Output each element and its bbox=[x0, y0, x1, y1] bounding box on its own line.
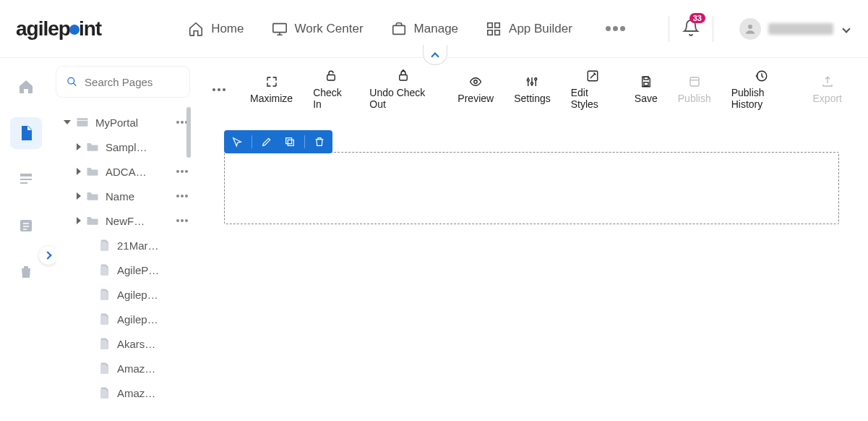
toolbar-label: Check In bbox=[313, 87, 349, 110]
svg-rect-12 bbox=[77, 118, 88, 127]
tree-folder[interactable]: Name bbox=[56, 184, 192, 208]
chevron-down-icon bbox=[842, 25, 850, 33]
page-icon bbox=[97, 387, 111, 399]
briefcase-icon bbox=[391, 21, 407, 37]
tree-page[interactable]: Amaz… bbox=[56, 356, 192, 380]
selection-duplicate[interactable] bbox=[281, 133, 298, 150]
svg-rect-22 bbox=[690, 77, 699, 86]
svg-point-16 bbox=[528, 79, 530, 81]
folder-icon bbox=[85, 215, 100, 226]
svg-point-17 bbox=[531, 82, 533, 85]
row-more[interactable] bbox=[176, 195, 188, 197]
nav-home[interactable]: Home bbox=[188, 21, 244, 37]
tree-site[interactable]: MyPortal bbox=[56, 110, 192, 135]
caret-down-icon[interactable] bbox=[64, 120, 71, 124]
svg-point-6 bbox=[748, 25, 752, 29]
tree-scrollbar[interactable] bbox=[186, 107, 191, 158]
toolbar-publish: Publish bbox=[669, 75, 720, 104]
caret-right-icon[interactable] bbox=[77, 143, 81, 150]
maximize-icon bbox=[265, 75, 278, 88]
folder-icon bbox=[85, 166, 100, 177]
widget-placeholder[interactable] bbox=[224, 152, 839, 224]
toolbar-label: Export bbox=[813, 93, 842, 104]
toolbar-label: Publish History bbox=[731, 87, 793, 110]
home-icon bbox=[188, 21, 204, 37]
svg-rect-14 bbox=[400, 75, 408, 81]
toolbar-checkin[interactable]: Check In bbox=[304, 69, 358, 110]
tree-page[interactable]: Agilep… bbox=[56, 307, 192, 331]
rail-home[interactable] bbox=[10, 71, 42, 103]
toolbar-preview[interactable]: Preview bbox=[449, 75, 502, 104]
chevron-up-icon bbox=[431, 52, 439, 60]
svg-rect-20 bbox=[644, 77, 648, 80]
editor-toolbar: MaximizeCheck InUndo Check OutPreviewSet… bbox=[199, 62, 864, 117]
svg-point-15 bbox=[474, 80, 478, 84]
checkin-icon bbox=[325, 69, 338, 82]
toolbar-editstyles[interactable]: Edit Styles bbox=[562, 69, 623, 110]
row-more[interactable] bbox=[176, 170, 188, 173]
canvas[interactable] bbox=[199, 123, 864, 421]
toolbar-save[interactable]: Save bbox=[626, 75, 666, 104]
rail-page-builder[interactable] bbox=[10, 117, 42, 149]
tree-folder[interactable]: Sampl… bbox=[56, 135, 192, 159]
top-nav-right: 33 bbox=[656, 16, 868, 42]
tree-page[interactable]: Agilep… bbox=[56, 282, 192, 307]
nav-manage[interactable]: Manage bbox=[391, 21, 458, 37]
user-menu[interactable] bbox=[739, 18, 849, 40]
caret-right-icon[interactable] bbox=[77, 192, 81, 200]
selection-edit[interactable] bbox=[258, 133, 275, 150]
nav-more[interactable] bbox=[606, 26, 625, 31]
toolbar-publishhistory[interactable]: Publish History bbox=[723, 69, 802, 110]
rail-expand-toggle[interactable] bbox=[39, 246, 58, 265]
tree-page[interactable]: Amaz… bbox=[56, 380, 192, 405]
avatar-icon bbox=[739, 18, 761, 40]
svg-rect-8 bbox=[20, 179, 32, 180]
caret-right-icon[interactable] bbox=[77, 217, 81, 224]
site-icon bbox=[75, 116, 90, 128]
search-pages[interactable] bbox=[56, 67, 189, 97]
svg-rect-25 bbox=[286, 138, 292, 144]
tree-page[interactable]: 21Mar… bbox=[56, 233, 192, 258]
toolbar-settings[interactable]: Settings bbox=[505, 75, 559, 104]
divider bbox=[713, 16, 713, 42]
publishhistory-icon bbox=[755, 69, 768, 82]
main-area: MyPortalSampl…ADCA…NameNewF…21Mar…AgileP… bbox=[0, 58, 868, 421]
selection-toolbar bbox=[224, 130, 332, 153]
rail-forms[interactable] bbox=[10, 163, 42, 195]
tree-label: Amaz… bbox=[117, 387, 188, 399]
brand-logo: agilepint bbox=[16, 17, 101, 41]
page-icon bbox=[97, 264, 111, 276]
chevron-right-icon bbox=[43, 251, 51, 259]
rail-data[interactable] bbox=[10, 210, 42, 242]
editstyles-icon bbox=[586, 69, 599, 82]
selection-move[interactable] bbox=[228, 133, 246, 150]
tree-label: ADCA… bbox=[106, 166, 173, 178]
nav-home-label: Home bbox=[211, 22, 244, 36]
svg-rect-7 bbox=[20, 174, 32, 177]
duplicate-icon bbox=[284, 136, 296, 148]
search-input[interactable] bbox=[85, 76, 179, 88]
tree-folder[interactable]: NewF… bbox=[56, 208, 192, 233]
tree-label: Name bbox=[106, 190, 173, 203]
tree-page[interactable]: Akars… bbox=[56, 331, 192, 356]
monitor-icon bbox=[272, 21, 288, 37]
divider bbox=[669, 16, 669, 42]
edit-icon bbox=[261, 136, 272, 148]
svg-rect-3 bbox=[495, 22, 499, 27]
toolbar-more[interactable] bbox=[212, 88, 225, 91]
toolbar-undocheckout[interactable]: Undo Check Out bbox=[361, 69, 446, 110]
tree-page[interactable]: AgileP… bbox=[56, 258, 192, 282]
nav-work-center[interactable]: Work Center bbox=[272, 21, 364, 37]
notifications-button[interactable]: 33 bbox=[682, 19, 700, 38]
selection-delete[interactable] bbox=[311, 133, 328, 150]
row-more[interactable] bbox=[176, 219, 188, 222]
caret-right-icon[interactable] bbox=[77, 168, 81, 175]
nav-app-builder[interactable]: App Builder bbox=[486, 21, 572, 37]
toolbar-export: Export bbox=[804, 75, 851, 104]
home-icon bbox=[17, 78, 35, 95]
folder-icon bbox=[85, 141, 100, 153]
tree-folder[interactable]: ADCA… bbox=[56, 159, 192, 184]
svg-rect-9 bbox=[20, 182, 27, 184]
toolbar-maximize[interactable]: Maximize bbox=[241, 75, 301, 104]
rail-trash[interactable] bbox=[10, 256, 42, 288]
